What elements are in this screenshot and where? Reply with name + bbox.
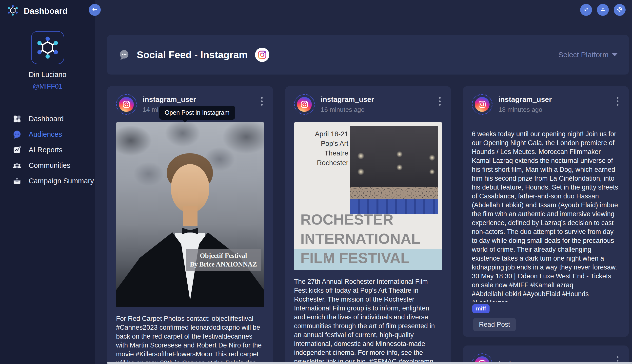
fullscreen-icon <box>583 6 589 13</box>
instagram-avatar <box>116 94 137 115</box>
post-user-meta: instagram_user 16 minutes ago <box>321 96 374 114</box>
arrow-left-icon <box>92 6 98 14</box>
chevron-down-icon <box>612 53 617 56</box>
tag-badge: miff <box>472 304 489 313</box>
post-menu-button[interactable] <box>437 96 442 107</box>
read-post-button[interactable]: Read Post <box>473 318 516 331</box>
fullscreen-button[interactable] <box>580 4 592 16</box>
main-content: Social Feed - Instagram Select Platform <box>95 0 632 364</box>
instagram-camera-icon <box>297 97 312 112</box>
back-button[interactable] <box>89 4 101 16</box>
profile-avatar <box>31 31 64 64</box>
sidebar-item-label: AI Reports <box>29 146 63 154</box>
app-logo-icon <box>8 5 18 17</box>
report-icon <box>12 145 22 155</box>
photo-figure-face <box>171 164 209 213</box>
user-icon <box>600 6 606 14</box>
chat-icon <box>12 130 22 139</box>
profile-button[interactable] <box>597 4 609 16</box>
topbar-actions <box>580 4 625 16</box>
flyer-headline: ROCHESTER INTERNATIONAL FILM FESTIVAL <box>300 210 420 268</box>
profile-section: Din Luciano @MIFF01 <box>0 31 95 90</box>
post-body-text: The 27th Annual Rochester International … <box>294 277 442 364</box>
profile-handle-link[interactable]: @MIFF01 <box>0 83 95 90</box>
flyer-venue: Pop’s Art Theatre <box>297 139 348 158</box>
sidebar-item-label: Dashboard <box>29 115 64 123</box>
post-user-meta: instagram_user 18 minutes ago <box>498 96 552 114</box>
platform-select-label: Select Platform <box>558 50 608 59</box>
instagram-avatar <box>294 94 315 115</box>
app-title: Dashboard <box>24 6 68 16</box>
post-card: instagram_user 14 minutes ago Objectif F… <box>107 86 273 364</box>
tooltip-text: Open Post in Instagram <box>165 109 230 116</box>
flyer-date: April 18-21 <box>297 129 348 139</box>
briefcase-icon <box>12 176 22 186</box>
flyer-date-block: April 18-21 Pop’s Art Theatre Rochester <box>297 129 348 168</box>
profile-name: Din Luciano <box>0 70 95 79</box>
post-menu-button[interactable] <box>615 96 620 107</box>
brand: Dashboard <box>0 0 95 22</box>
post-timestamp: 16 minutes ago <box>321 106 374 114</box>
page-title: Social Feed - Instagram <box>137 49 248 60</box>
post-username: instagram_user <box>143 96 196 104</box>
photo-caption-overlay: Objectif Festival By Brice ANXIONNAZ <box>186 249 261 271</box>
photo-caption-line2: By Brice ANXIONNAZ <box>188 260 259 269</box>
sidebar-item-label: Audiences <box>29 130 62 138</box>
grid-icon <box>12 114 22 124</box>
sidebar-item-dashboard[interactable]: Dashboard <box>0 111 95 126</box>
photo-caption-line1: Objectif Festival <box>188 252 259 260</box>
people-icon <box>12 161 22 170</box>
instagram-camera-icon <box>119 97 134 112</box>
flyer-headline-line3: FILM FESTIVAL <box>300 248 420 268</box>
sidebar: Dashboard Din Luciano @MIFF01 <box>0 0 95 364</box>
post-card: instagram_user <box>463 346 629 364</box>
post-timestamp: 18 minutes ago <box>498 106 552 114</box>
post-username: instagram_user <box>498 96 552 104</box>
post-body-text: For Red Carpet Photos contact: objectiff… <box>116 314 264 364</box>
sidebar-item-label: Communities <box>29 162 70 170</box>
audience-heads <box>350 187 438 199</box>
post-photo: Objectif Festival By Brice ANXIONNAZ <box>116 122 264 307</box>
flyer-city: Rochester <box>297 158 348 168</box>
post-body-text: 6 weeks today until our opening night! J… <box>472 130 620 302</box>
instagram-camera-icon <box>475 97 489 112</box>
post-card: instagram_user 16 minutes ago April 18-2… <box>285 86 451 364</box>
photo-figure-neck <box>183 206 198 226</box>
instagram-avatar <box>472 94 492 115</box>
flyer-headline-line1: ROCHESTER <box>300 210 420 229</box>
post-header: instagram_user 16 minutes ago <box>294 94 442 115</box>
flyer-headline-line2: INTERNATIONAL <box>300 229 420 248</box>
instagram-logo-icon <box>255 48 269 62</box>
horizontal-scrollbar[interactable] <box>107 362 632 364</box>
flyer-theater-photo <box>350 126 438 214</box>
settings-button[interactable] <box>614 4 625 16</box>
feed-header-panel: Social Feed - Instagram Select Platform <box>107 35 629 74</box>
chat-bubble-icon <box>119 49 130 60</box>
post-header: instagram_user 18 minutes ago <box>472 94 620 115</box>
sidebar-item-communities[interactable]: Communities <box>0 158 95 173</box>
sidebar-item-audiences[interactable]: Audiences <box>0 126 95 142</box>
platform-select-dropdown[interactable]: Select Platform <box>558 50 617 59</box>
tooltip: Open Post in Instagram <box>159 106 235 120</box>
sidebar-item-label: Campaign Summary <box>29 177 94 185</box>
sidebar-item-campaign-summary[interactable]: Campaign Summary <box>0 173 95 189</box>
sidebar-item-ai-reports[interactable]: AI Reports <box>0 142 95 158</box>
post-card: instagram_user 18 minutes ago 6 weeks to… <box>463 86 629 337</box>
post-menu-button[interactable] <box>259 96 264 107</box>
sidebar-nav: Dashboard Audiences <box>0 111 95 189</box>
post-username: instagram_user <box>321 96 374 104</box>
post-photo: April 18-21 Pop’s Art Theatre Rochester … <box>294 122 442 270</box>
gear-icon <box>616 6 623 14</box>
